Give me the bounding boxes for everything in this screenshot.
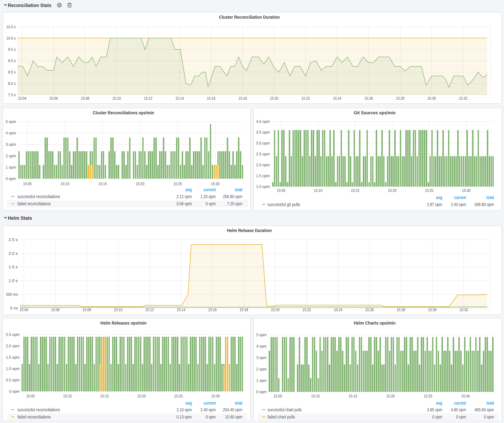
svg-text:9.5 s: 9.5 s (8, 47, 16, 52)
svg-text:2.5 opm: 2.5 opm (6, 332, 19, 337)
svg-text:avg: avg (186, 400, 192, 405)
svg-text:Helm Stats: Helm Stats (8, 215, 32, 221)
svg-text:500 ms: 500 ms (6, 292, 18, 297)
svg-text:10.5 s: 10.5 s (6, 24, 16, 29)
svg-text:15:25: 15:25 (174, 182, 182, 186)
svg-text:15:18: 15:18 (240, 307, 248, 312)
svg-text:successful reconciliations: successful reconciliations (18, 407, 60, 412)
svg-text:0 opm: 0 opm (484, 414, 494, 419)
svg-text:avg: avg (436, 195, 442, 200)
svg-text:2.0 opm: 2.0 opm (6, 344, 19, 348)
svg-text:15:20: 15:20 (270, 96, 278, 101)
svg-text:15:05: 15:05 (274, 394, 282, 398)
svg-text:15.60 opm: 15.60 opm (225, 414, 242, 419)
svg-text:1.20 opm: 1.20 opm (200, 194, 216, 199)
svg-text:15:12: 15:12 (144, 96, 152, 101)
svg-text:7.5 s: 7.5 s (8, 93, 16, 97)
svg-text:1.0 opm: 1.0 opm (256, 184, 270, 189)
svg-text:Reconciliation Stats: Reconciliation Stats (8, 2, 51, 8)
svg-text:8.0 s: 8.0 s (8, 81, 16, 86)
svg-text:Helm Charts ops/min: Helm Charts ops/min (354, 321, 396, 325)
svg-text:failed reconciliations: failed reconciliations (18, 414, 51, 419)
svg-text:0 opm: 0 opm (9, 389, 19, 394)
svg-text:15:18: 15:18 (239, 96, 247, 101)
svg-text:2.5 s: 2.5 s (8, 237, 18, 242)
svg-text:1.0 opm: 1.0 opm (6, 366, 19, 371)
svg-text:15:32: 15:32 (459, 96, 468, 101)
svg-text:3.0 opm: 3.0 opm (256, 141, 270, 146)
svg-text:0 opm: 0 opm (432, 414, 442, 419)
svg-text:current: current (454, 400, 466, 405)
svg-text:15:22: 15:22 (302, 307, 311, 312)
svg-text:2.87 opm: 2.87 opm (427, 202, 442, 207)
svg-text:4 opm: 4 opm (6, 131, 16, 135)
svg-text:0 opm: 0 opm (256, 389, 266, 394)
svg-text:3 opm: 3 opm (256, 355, 266, 360)
svg-text:0.5 opm: 0.5 opm (6, 378, 19, 382)
svg-text:15:32: 15:32 (459, 307, 468, 312)
svg-text:1.5 opm: 1.5 opm (256, 174, 270, 178)
svg-text:Helm Release Duration: Helm Release Duration (227, 228, 272, 233)
svg-text:15:08: 15:08 (81, 96, 90, 101)
svg-text:15:25: 15:25 (425, 188, 433, 193)
svg-text:15:22: 15:22 (301, 96, 310, 101)
svg-text:current: current (204, 400, 216, 405)
svg-text:2.12 opm: 2.12 opm (177, 194, 192, 199)
svg-text:0 opm: 0 opm (456, 414, 466, 419)
svg-text:2.40 opm: 2.40 opm (451, 202, 466, 207)
svg-text:15:10: 15:10 (314, 188, 323, 193)
svg-text:15:05: 15:05 (277, 188, 285, 193)
svg-text:15:24: 15:24 (334, 307, 342, 312)
svg-text:15:20: 15:20 (388, 188, 396, 193)
svg-text:256.80 opm: 256.80 opm (223, 194, 242, 199)
svg-text:15:30: 15:30 (462, 188, 470, 193)
svg-text:2.10 opm: 2.10 opm (177, 407, 192, 412)
svg-text:15:15: 15:15 (351, 188, 359, 193)
svg-text:15:15: 15:15 (100, 394, 109, 398)
svg-text:Cluster Reconciliations ops/mi: Cluster Reconciliations ops/min (93, 110, 154, 115)
svg-text:15:08: 15:08 (83, 307, 91, 312)
svg-text:2.40 opm: 2.40 opm (200, 407, 216, 412)
svg-text:15:10: 15:10 (61, 182, 69, 186)
svg-text:15:04: 15:04 (20, 307, 28, 312)
svg-text:total: total (235, 400, 242, 405)
svg-text:15:28: 15:28 (397, 307, 405, 312)
svg-text:failed chart pulls: failed chart pulls (268, 414, 295, 419)
svg-text:avg: avg (436, 400, 442, 405)
svg-text:5 opm: 5 opm (256, 333, 266, 337)
svg-text:2 opm: 2 opm (6, 153, 16, 158)
svg-text:15:10: 15:10 (63, 394, 72, 398)
svg-text:15:25: 15:25 (174, 394, 183, 398)
svg-text:10.0 s: 10.0 s (6, 36, 16, 41)
svg-text:8.5 s: 8.5 s (8, 70, 16, 74)
svg-text:15:10: 15:10 (114, 307, 122, 312)
svg-text:0.06 opm: 0.06 opm (177, 201, 192, 206)
svg-text:15:05: 15:05 (23, 182, 32, 186)
svg-text:15:24: 15:24 (333, 96, 342, 101)
svg-text:2.0 opm: 2.0 opm (256, 163, 270, 167)
svg-text:15:20: 15:20 (271, 307, 280, 312)
svg-text:15:20: 15:20 (137, 394, 146, 398)
svg-text:2 opm: 2 opm (256, 367, 266, 371)
svg-text:3.85 opm: 3.85 opm (427, 407, 442, 412)
svg-text:avg: avg (186, 187, 192, 192)
svg-text:15:14: 15:14 (177, 307, 185, 312)
svg-text:Cluster Reconciliation Duratio: Cluster Reconciliation Duration (219, 15, 280, 20)
svg-text:254.40 opm: 254.40 opm (223, 407, 242, 412)
svg-text:0.13 opm: 0.13 opm (177, 414, 192, 419)
svg-text:15:30: 15:30 (427, 96, 436, 101)
svg-text:failed reconciliations: failed reconciliations (18, 201, 51, 206)
svg-text:15:30: 15:30 (428, 307, 437, 312)
svg-text:15:30: 15:30 (211, 182, 220, 186)
svg-text:15:20: 15:20 (386, 394, 395, 398)
svg-text:total: total (486, 400, 494, 405)
svg-text:15:28: 15:28 (396, 96, 404, 101)
svg-text:successful chart pulls: successful chart pulls (268, 407, 302, 412)
svg-text:0 ns: 0 ns (10, 306, 18, 310)
svg-text:15:15: 15:15 (349, 394, 357, 398)
svg-text:current: current (454, 195, 466, 200)
svg-text:2.5 opm: 2.5 opm (256, 152, 270, 156)
svg-text:1.5 s: 1.5 s (8, 264, 18, 269)
svg-text:1.5 opm: 1.5 opm (6, 355, 19, 360)
svg-text:15:30: 15:30 (461, 394, 470, 398)
